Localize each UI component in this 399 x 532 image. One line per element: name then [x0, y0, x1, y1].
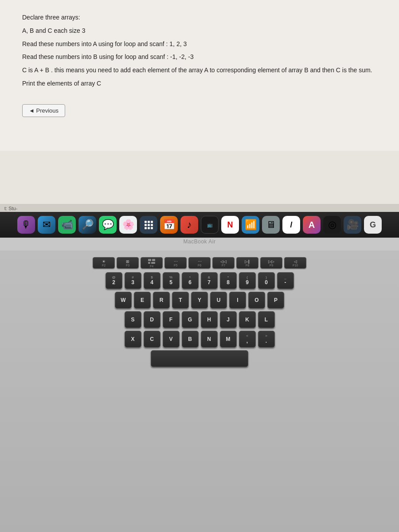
font-icon[interactable]: /: [282, 216, 300, 234]
finder-icon[interactable]: 🔎: [78, 216, 96, 234]
svg-rect-0: [145, 221, 147, 223]
calendar-icon[interactable]: 📅: [160, 216, 178, 234]
line2: A, B and C each size 3: [22, 26, 377, 36]
key-e[interactable]: E: [134, 292, 151, 309]
content-area: Declare three arrays: A, B and C each si…: [0, 0, 399, 151]
circle-icon[interactable]: ◎: [323, 216, 341, 234]
key-f[interactable]: F: [163, 311, 180, 328]
f7-key[interactable]: ◁◁F7: [212, 257, 235, 269]
key-3[interactable]: #3: [125, 272, 141, 289]
key-2[interactable]: @2: [106, 272, 122, 289]
previous-button[interactable]: ◄ Previous: [22, 104, 65, 117]
macbook-label: MacBook Air: [184, 239, 216, 245]
svg-rect-1: [148, 221, 150, 223]
svg-rect-12: [152, 259, 155, 261]
key-m[interactable]: M: [220, 331, 237, 348]
messages-icon[interactable]: 💬: [99, 216, 117, 234]
keyboard: ☀F2 ⊞F3 F4 ⋯F5 ⋯F6 ◁◁F7 ▷∥F8 ▷▷F9 ◁F10 @…: [0, 250, 399, 532]
space-key[interactable]: [151, 350, 248, 367]
podcast-icon[interactable]: 🎙: [17, 216, 35, 234]
text-icon[interactable]: A: [303, 216, 321, 234]
svg-rect-5: [151, 224, 153, 226]
fn-row: ☀F2 ⊞F3 F4 ⋯F5 ⋯F6 ◁◁F7 ▷∥F8 ▷▷F9 ◁F10: [9, 257, 390, 269]
f10-key[interactable]: ◁F10: [284, 257, 306, 269]
key-i[interactable]: I: [229, 292, 246, 309]
key-l[interactable]: L: [258, 311, 275, 328]
music-icon[interactable]: ♪: [180, 216, 198, 234]
status-bar: t: Stu-: [0, 204, 399, 213]
f4-key[interactable]: F4: [141, 257, 163, 269]
facetime-icon[interactable]: 📹: [58, 216, 76, 234]
number-row: @2 #3 $4 %5 ^6 &7 *8 (9 )0 _-: [9, 272, 390, 289]
signal-icon[interactable]: 📶: [242, 216, 259, 234]
key-b[interactable]: B: [182, 331, 199, 348]
key-u[interactable]: U: [210, 292, 227, 309]
key-h[interactable]: H: [201, 311, 218, 328]
display-icon[interactable]: 🖥: [262, 216, 280, 234]
key-comma[interactable]: <,: [239, 331, 256, 348]
key-7[interactable]: &7: [201, 272, 218, 289]
cam-icon[interactable]: 🎥: [344, 216, 361, 234]
f5-key[interactable]: ⋯F5: [164, 257, 187, 269]
key-s[interactable]: S: [125, 311, 141, 328]
status-text: t: Stu-: [4, 206, 17, 211]
laptop-screen: Declare three arrays: A, B and C each si…: [0, 0, 399, 213]
key-c[interactable]: C: [144, 331, 160, 348]
appletv-icon[interactable]: 📺: [201, 216, 219, 234]
photos-icon[interactable]: 🌸: [119, 216, 137, 234]
key-r[interactable]: R: [153, 292, 170, 309]
svg-rect-10: [148, 262, 150, 264]
key-minus[interactable]: _-: [277, 272, 294, 289]
line6: Print the elements of array C: [22, 78, 377, 89]
key-d[interactable]: D: [144, 311, 160, 328]
key-g[interactable]: G: [182, 311, 199, 328]
svg-rect-6: [145, 227, 147, 229]
key-y[interactable]: Y: [191, 292, 208, 309]
key-t[interactable]: T: [172, 292, 189, 309]
f6-key[interactable]: ⋯F6: [188, 257, 211, 269]
key-j[interactable]: J: [220, 311, 237, 328]
key-p[interactable]: P: [267, 292, 284, 309]
line4: Read these numbers into B using for loop…: [22, 52, 377, 63]
svg-rect-11: [151, 262, 155, 264]
news-icon[interactable]: N: [221, 216, 239, 234]
mail-icon[interactable]: ✉: [38, 216, 55, 234]
line3: Read these numbers into A using for loop…: [22, 39, 377, 50]
f3-key[interactable]: ⊞F3: [117, 257, 139, 269]
line5: C is A + B . this means you need to add …: [22, 65, 377, 76]
key-6[interactable]: ^6: [182, 272, 199, 289]
key-o[interactable]: O: [248, 292, 265, 309]
f9-key[interactable]: ▷▷F9: [260, 257, 282, 269]
key-v[interactable]: V: [163, 331, 180, 348]
asdf-row: S D F G H J K L: [9, 311, 390, 328]
key-4[interactable]: $4: [144, 272, 160, 289]
key-5[interactable]: %5: [163, 272, 180, 289]
f2-key[interactable]: ☀F2: [93, 257, 115, 269]
f8-key[interactable]: ▷∥F8: [236, 257, 258, 269]
key-period[interactable]: >.: [258, 331, 275, 348]
launchpad-icon[interactable]: [140, 216, 157, 234]
svg-rect-9: [148, 259, 151, 261]
key-x[interactable]: X: [125, 331, 141, 348]
key-w[interactable]: W: [115, 292, 132, 309]
g-icon[interactable]: G: [364, 216, 382, 234]
key-n[interactable]: N: [201, 331, 218, 348]
qwerty-row: W E R T Y U I O P: [9, 292, 390, 309]
dock: 🎙 ✉ 📹 🔎 💬 🌸 📅 ♪ 📺 N 📶 🖥 / A ◎ 🎥: [0, 212, 399, 238]
key-8[interactable]: *8: [220, 272, 237, 289]
key-0[interactable]: )0: [258, 272, 275, 289]
key-k[interactable]: K: [239, 311, 256, 328]
svg-rect-3: [145, 224, 147, 226]
svg-rect-2: [151, 221, 153, 223]
space-row: [9, 350, 390, 367]
zxcv-row: X C V B N M <, >.: [9, 331, 390, 348]
svg-rect-8: [151, 227, 153, 229]
line1: Declare three arrays:: [22, 12, 377, 23]
svg-rect-7: [148, 227, 150, 229]
svg-rect-4: [148, 224, 150, 226]
key-9[interactable]: (9: [239, 272, 256, 289]
